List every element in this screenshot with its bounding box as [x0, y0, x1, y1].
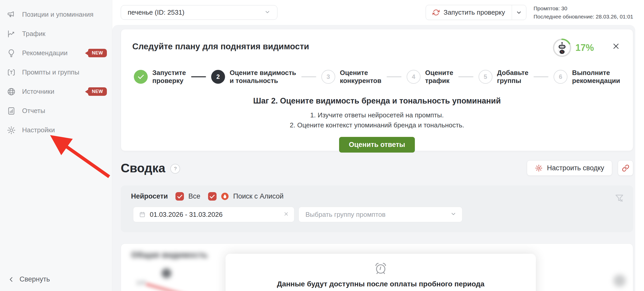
topbar: печенье (ID: 2531) Запустить проверку	[112, 0, 644, 25]
chevron-down-icon	[450, 211, 456, 218]
step-circle: 5	[479, 70, 492, 84]
share-link-button[interactable]	[618, 160, 633, 176]
alarm-clock-icon	[374, 261, 388, 275]
clear-date-icon[interactable]	[283, 211, 289, 218]
help-icon[interactable]: ?	[170, 164, 180, 174]
new-badge: NEW	[88, 87, 107, 96]
progress-ring	[552, 38, 572, 58]
blurred-axis-label: 100	[136, 279, 146, 286]
main-area: печенье (ID: 2531) Запустить проверку	[112, 0, 644, 291]
run-check-label: Запустить проверку	[444, 8, 505, 16]
content-area: Следуйте плану для поднятия видимости	[112, 25, 635, 291]
lightbulb-icon	[7, 49, 16, 58]
update-info: Промптов: 30 Последнее обновление: 28.03…	[534, 4, 633, 21]
sidebar-item-traffic[interactable]: Трафик	[0, 24, 112, 43]
globe-icon	[7, 87, 16, 96]
plan-progress: 17%	[552, 38, 594, 58]
checkbox-checked-icon[interactable]	[175, 192, 184, 201]
run-check-split-button: Запустить проверку	[426, 5, 526, 20]
close-icon[interactable]	[610, 41, 622, 53]
step-circle: 6	[554, 70, 567, 84]
step-connector	[191, 76, 206, 77]
sidebar-item-label: Настройки	[22, 126, 55, 134]
calendar-icon	[139, 211, 146, 218]
step-connector	[458, 76, 473, 77]
blurred-chart-title: Общая видимость	[131, 250, 208, 260]
sidebar-item-label: Промпты и группы	[22, 68, 79, 76]
clear-filters-icon[interactable]	[613, 192, 626, 205]
alice-logo-icon	[221, 192, 229, 200]
prompts-count: Промптов: 30	[534, 4, 633, 13]
sidebar-item-positions[interactable]: Позиции и упоминания	[0, 5, 112, 24]
reports-icon	[7, 106, 16, 116]
run-check-button[interactable]: Запустить проверку	[426, 5, 512, 20]
sidebar-item-label: Отчеты	[22, 107, 45, 115]
prompt-group-select[interactable]: Выбрать группу промптов	[298, 207, 462, 222]
configure-summary-label: Настроить сводку	[547, 164, 604, 172]
refresh-icon	[433, 9, 440, 16]
sidebar-item-label: Рекомендации	[22, 49, 68, 57]
collapse-label: Свернуть	[20, 275, 50, 283]
step-circle: 3	[321, 70, 335, 84]
gear-icon	[535, 164, 543, 172]
step-circle-active: 2	[211, 70, 225, 84]
sidebar-item-reports[interactable]: Отчеты	[0, 101, 112, 120]
step-circle: 4	[407, 70, 421, 84]
checkbox-checked-icon[interactable]	[208, 192, 217, 201]
summary-title: Сводка	[121, 161, 165, 175]
robot-icon	[555, 41, 569, 54]
sidebar-collapse-button[interactable]: Свернуть	[8, 275, 50, 283]
app-root: Позиции и упоминания Трафик Рекомендации…	[0, 0, 644, 291]
trial-message: Данные будут доступны после оплаты пробн…	[226, 280, 536, 288]
stepper-step-3[interactable]: 3 Оценитеконкурентов	[321, 69, 381, 85]
megaphone-icon	[7, 10, 16, 19]
step-instructions: 1. Изучите ответы нейросетей на промпты.…	[132, 110, 622, 130]
configure-summary-button[interactable]: Настроить сводку	[527, 160, 612, 176]
settings-gear-icon	[7, 126, 16, 135]
prompt-group-placeholder: Выбрать группу промптов	[305, 211, 450, 219]
last-update: Последнее обновление: 28.03.26, 01:01	[534, 13, 633, 21]
sidebar-item-prompts[interactable]: Промпты и группы	[0, 63, 112, 82]
traffic-chart-icon	[7, 29, 16, 39]
sidebar-item-sources[interactable]: Источники NEW	[0, 82, 112, 101]
chevron-down-icon	[516, 10, 522, 16]
step-connector	[387, 76, 402, 77]
sidebar-item-recommendations[interactable]: Рекомендации NEW	[0, 43, 112, 63]
step-connector	[534, 76, 548, 77]
sidebar-nav: Позиции и упоминания Трафик Рекомендации…	[0, 0, 112, 140]
stepper-step-4[interactable]: 4 Оценитетрафик	[407, 69, 453, 85]
sidebar: Позиции и упоминания Трафик Рекомендации…	[0, 0, 112, 291]
chevron-down-icon	[264, 9, 270, 16]
trial-notice-modal: Данные будут доступны после оплаты пробн…	[226, 254, 536, 291]
new-badge: NEW	[88, 49, 107, 57]
project-select-value: печенье (ID: 2531)	[128, 8, 264, 16]
summary-header: Сводка ? Настроить сводку	[121, 160, 633, 176]
stepper-step-5[interactable]: 5 Добавьтегруппы	[479, 69, 528, 85]
progress-percent: 17%	[575, 42, 594, 53]
sidebar-item-settings[interactable]: Настройки	[0, 120, 112, 140]
chevron-left-icon	[8, 276, 15, 283]
filters-panel: Нейросети Все Поиск с Алисой	[121, 185, 633, 232]
neural-networks-label: Нейросети	[131, 192, 168, 200]
sidebar-item-label: Трафик	[22, 30, 45, 38]
stepper-step-2[interactable]: 2 Оцените видимостьи тональность	[211, 69, 296, 85]
prompts-icon	[7, 68, 16, 77]
date-range-input[interactable]: 01.03.2026 - 31.03.2026	[133, 207, 294, 222]
stepper-step-1[interactable]: 1 Запуститепроверку	[134, 69, 186, 85]
plan-stepper: 1 Запуститепроверку 2 Оцените видимостьи…	[132, 69, 622, 85]
topbar-right: Запустить проверку Промптов: 30 Последне…	[426, 4, 633, 21]
blurred-chart-point	[162, 268, 171, 278]
sidebar-item-label: Источники	[22, 88, 54, 96]
stepper-step-6[interactable]: 6 Выполнитерекомендации	[554, 69, 620, 85]
sidebar-item-label: Позиции и упоминания	[22, 11, 94, 18]
project-select[interactable]: печенье (ID: 2531)	[121, 5, 277, 20]
step-connector	[301, 76, 316, 77]
run-check-dropdown-toggle[interactable]	[512, 5, 526, 20]
alice-search-checkbox-group[interactable]: Поиск с Алисой	[208, 192, 284, 201]
all-networks-checkbox-group[interactable]: Все	[175, 192, 200, 201]
blurred-icon	[613, 275, 626, 287]
link-icon	[622, 164, 629, 172]
evaluate-answers-button[interactable]: Оценить ответы	[339, 137, 415, 153]
plan-card: Следуйте плану для поднятия видимости	[121, 29, 633, 151]
step-heading: Шаг 2. Оцените видимость бренда и тональ…	[132, 96, 622, 106]
